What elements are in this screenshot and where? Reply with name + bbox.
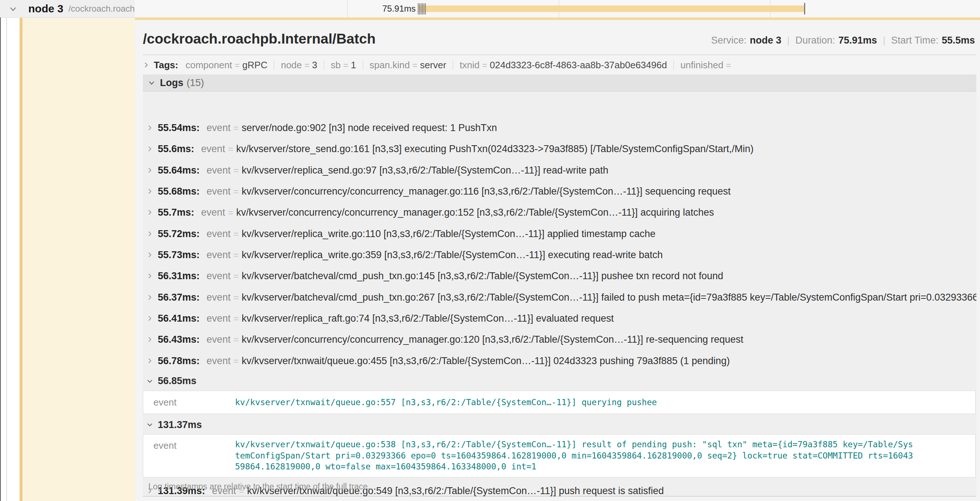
log-marker-tick [424,3,424,14]
chevron-right-icon[interactable] [146,357,153,364]
tag-separator [453,60,453,70]
log-marker-tick [422,3,423,14]
chevron-right-icon[interactable] [146,336,153,343]
log-row[interactable]: 56.78ms: event = kv/kvserver/txnwait/que… [143,350,976,372]
chevron-right-icon[interactable] [146,252,153,258]
log-field-key: event [207,186,231,197]
chevron-down-icon[interactable] [146,421,153,428]
span-row-name-cell[interactable]: node 3 /cockroach.roach… [0,0,135,18]
log-field-value: kv/kvserver/batcheval/cmd_push_txn.go:26… [242,292,976,303]
span-service-name: node 3 [28,3,64,15]
log-field-value: server/node.go:902 [n3] node received re… [242,122,497,134]
tag-separator [324,60,324,70]
log-timestamp: 56.78ms: [158,356,200,367]
tag-separator [673,60,674,70]
log-detail-box: event kv/kvserver/txnwait/queue.go:538 [… [143,434,976,477]
log-row[interactable]: 55.73ms: event = kv/kvserver/replica_wri… [143,244,976,265]
log-field-value: kv/kvserver/replica_write.go:359 [n3,s3,… [242,249,663,261]
log-row[interactable]: 56.41ms: event = kv/kvserver/replica_raf… [143,308,976,329]
chevron-right-icon[interactable] [146,294,153,301]
logs-section: Logs (15) 55.54ms: event = server/node.g… [143,74,976,497]
span-color-bar [19,2,22,501]
log-timestamp: 55.72ms: [158,228,200,239]
log-timestamp: 56.85ms [158,375,197,387]
log-field-key: event [201,144,225,155]
log-row[interactable]: 55.6ms: event = kv/kvserver/store_send.g… [143,138,976,160]
log-timestamp: 55.7ms: [158,207,194,218]
span-detail-title: /cockroach.roachpb.Internal/Batch [143,31,376,47]
log-marker-tick [421,3,422,14]
log-field-key: event [207,228,231,239]
span-duration-bar[interactable] [418,5,804,12]
chevron-right-icon[interactable] [146,209,153,215]
log-detail-line: 59864.162819000,0 wto=false max=16043598… [235,461,913,472]
log-row[interactable]: 56.37ms: event = kv/kvserver/batcheval/c… [143,287,976,308]
log-detail-line: kv/kvserver/txnwait/queue.go:538 [n3,s3,… [235,439,913,450]
log-field-value: kv/kvserver/concurrency/concurrency_mana… [236,207,714,218]
log-detail-line: temConfigSpan/Start pri=0.03293366 epo=0… [235,450,913,461]
collapse-chevron-down-icon[interactable] [9,5,18,15]
log-marker-tick [804,3,805,14]
chevron-right-icon[interactable] [146,167,153,174]
tags-row[interactable]: Tags: component = gRPC node = 3 sb = 1 s… [143,58,733,72]
span-name-column-tint [22,18,135,501]
chevron-right-icon[interactable] [146,145,153,152]
title-divider [143,54,976,55]
duration-label: Duration: [795,35,835,46]
log-field-value: kv/kvserver/replica_write.go:110 [n3,s3,… [242,228,655,239]
log-row[interactable]: 55.7ms: event = kv/kvserver/concurrency/… [143,202,976,223]
chevron-down-icon[interactable] [146,378,153,385]
log-row[interactable]: 55.64ms: event = kv/kvserver/replica_sen… [143,160,976,181]
tag-unfinished: unfinished = [681,59,734,71]
log-marker-tick [425,3,426,14]
log-field-value: kv/kvserver/txnwait/queue.go:455 [n3,s3,… [242,356,730,367]
log-row[interactable]: 56.31ms: event = kv/kvserver/batcheval/c… [143,265,976,286]
detail-panel-accent-border [135,18,980,20]
log-timestamp: 55.68ms: [158,186,200,197]
logs-footer-note: Log timestamps are relative to the start… [148,482,370,491]
log-field-value: kv/kvserver/store_send.go:161 [n3,s3] ex… [236,144,754,155]
log-field-key: event [207,334,231,345]
timeline-left-edge [0,18,1,501]
tags-label[interactable]: Tags: [154,59,178,71]
log-row[interactable]: 55.54ms: event = server/node.go:902 [n3]… [143,117,976,138]
log-field-value: kv/kvserver/replica_send.go:97 [n3,s3,r6… [242,165,608,176]
tag-separator [363,60,363,70]
span-operation-name: /cockroach.roach… [68,4,135,14]
chevron-right-icon[interactable] [146,188,153,195]
span-overview: Service: node 3 | Duration: 75.91ms | St… [711,35,975,46]
logs-header[interactable]: Logs (15) [143,74,976,91]
logs-title[interactable]: Logs [160,77,183,89]
log-row-expanded-header[interactable]: 131.37ms [143,415,976,434]
log-timestamp: 56.43ms: [158,334,200,345]
chevron-right-icon[interactable] [146,231,153,237]
log-timestamp: 55.73ms: [158,249,200,261]
span-row-timeline-cell[interactable]: 75.91ms [135,0,980,18]
log-timestamp: 55.6ms: [158,144,194,155]
tag-txnid: txnid = 024d3323-6c8f-4863-aa8b-37ab0e63… [460,59,667,71]
chevron-right-icon[interactable] [146,315,153,322]
start-time-value: 55.5ms [942,35,975,46]
separator: | [883,35,885,46]
log-marker-tick [419,3,420,14]
log-row[interactable]: 56.43ms: event = kv/kvserver/concurrency… [143,329,976,350]
log-timestamp: 56.37ms: [158,292,200,303]
chevron-right-icon[interactable] [146,273,153,279]
log-field-key: event [201,207,225,218]
chevron-down-icon[interactable] [148,79,155,86]
chevron-right-icon[interactable] [143,59,150,71]
log-row[interactable]: 55.68ms: event = kv/kvserver/concurrency… [143,181,976,202]
log-timestamp: 131.37ms [158,419,202,431]
chevron-right-icon[interactable] [146,124,153,131]
log-row[interactable]: 55.72ms: event = kv/kvserver/replica_wri… [143,223,976,244]
log-row-expanded-header[interactable]: 56.85ms [143,372,976,391]
log-detail-line: kv/kvserver/txnwait/queue.go:557 [n3,s3,… [235,397,657,408]
log-field-key: event [207,249,231,261]
span-duration-label: 75.91ms [343,0,416,18]
log-timestamp: 55.54ms: [158,122,200,134]
log-field-key: event [207,270,231,282]
log-timestamp: 56.41ms: [158,313,200,324]
log-timestamp: 56.31ms: [158,270,200,282]
log-field-value: kv/kvserver/concurrency/concurrency_mana… [242,186,730,197]
log-field-key: event [207,313,231,324]
